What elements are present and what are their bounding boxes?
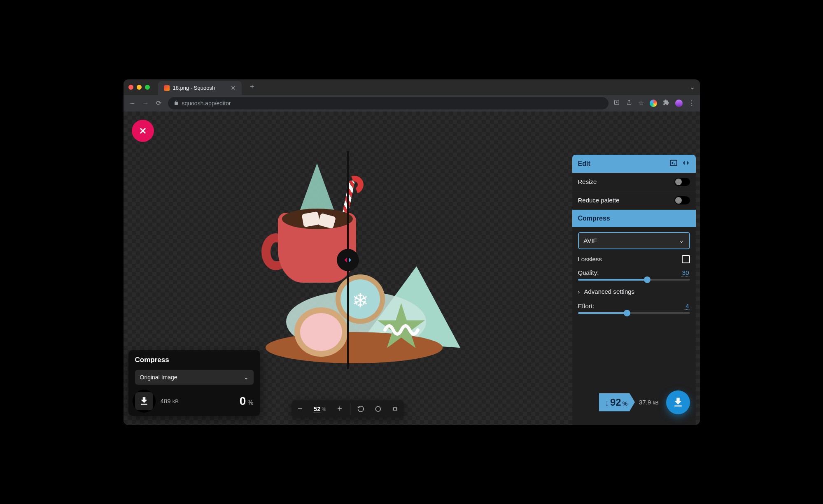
browser-window: 18.png - Squoosh ✕ + ⌄ ← → ⟳ squoosh.app… <box>124 79 700 425</box>
down-arrow-icon: ↓ <box>605 398 609 408</box>
close-editor-button[interactable] <box>132 120 154 142</box>
effort-value[interactable]: 4 <box>685 302 690 310</box>
quality-value[interactable]: 30 <box>681 269 690 276</box>
tabs-overflow-icon[interactable]: ⌄ <box>690 83 695 91</box>
svg-point-4 <box>392 409 393 409</box>
svg-rect-2 <box>394 408 397 410</box>
favicon-icon <box>164 85 170 91</box>
lock-icon <box>174 100 179 107</box>
window-close-icon[interactable] <box>128 85 133 90</box>
zoom-controls: − 52 % + <box>291 400 404 418</box>
resize-row: Resize <box>572 173 696 191</box>
resize-label: Resize <box>578 178 597 185</box>
lossless-label: Lossless <box>578 255 602 262</box>
right-footer: ↓92% 37.9 kB <box>578 386 690 420</box>
profile-icon[interactable] <box>675 100 683 107</box>
new-tab-button[interactable]: + <box>250 83 254 91</box>
reload-button[interactable]: ⟳ <box>155 99 163 107</box>
extensions-icon[interactable] <box>663 99 669 107</box>
extension-icon[interactable] <box>650 100 657 107</box>
left-codec-select[interactable]: Original Image ⌄ <box>135 370 254 385</box>
fit-screen-button[interactable] <box>387 400 404 418</box>
tab-close-icon[interactable]: ✕ <box>231 84 236 92</box>
reduce-palette-label: Reduce palette <box>578 197 620 204</box>
url-text: squoosh.app/editor <box>182 100 231 107</box>
compress-header: Compress <box>572 210 696 227</box>
codec-select[interactable]: AVIF ⌄ <box>578 232 690 249</box>
lossless-row: Lossless <box>578 255 690 263</box>
bookmark-icon[interactable]: ☆ <box>638 99 644 107</box>
edit-header: Edit <box>572 155 696 173</box>
reduce-palette-row: Reduce palette <box>572 191 696 210</box>
resize-toggle[interactable] <box>674 178 690 186</box>
left-savings: 0% <box>240 395 254 408</box>
chevron-down-icon: ⌄ <box>679 237 684 244</box>
left-codec-label: Original Image <box>140 374 177 381</box>
advanced-label: Advanced settings <box>584 288 635 295</box>
left-panel-title: Compress <box>135 356 254 364</box>
zoom-in-button[interactable]: + <box>331 400 348 418</box>
effort-slider[interactable] <box>578 312 690 314</box>
tab-title: 18.png - Squoosh <box>173 85 215 91</box>
left-stats: 489 kB 0% <box>135 392 254 410</box>
svg-point-7 <box>397 409 398 409</box>
window-minimize-icon[interactable] <box>137 85 142 90</box>
window-maximize-icon[interactable] <box>145 85 150 90</box>
titlebar: 18.png - Squoosh ✕ + ⌄ <box>124 79 700 95</box>
image-preview-area[interactable]: ❄ Compress Original Image ⌄ <box>124 111 572 425</box>
effort-label: Effort: <box>578 302 595 310</box>
savings-badge: ↓92% <box>599 393 635 411</box>
download-left-button[interactable] <box>135 392 153 410</box>
lossless-checkbox[interactable] <box>682 255 690 263</box>
quality-row: Quality: 30 <box>578 269 690 281</box>
forward-button[interactable]: → <box>142 100 150 107</box>
right-options-panel: Edit Resize Reduce palette Compress AVIF <box>572 155 696 425</box>
svg-rect-9 <box>670 160 677 165</box>
quality-label: Quality: <box>578 269 599 276</box>
swap-panels-icon[interactable] <box>682 160 690 168</box>
svg-point-6 <box>397 406 398 407</box>
back-button[interactable]: ← <box>128 100 137 107</box>
left-compress-panel: Compress Original Image ⌄ 489 kB 0% <box>128 350 260 416</box>
rotate-button[interactable] <box>352 400 369 418</box>
codec-label: AVIF <box>584 237 597 244</box>
svg-point-5 <box>392 410 393 411</box>
chevron-right-icon: › <box>578 288 580 295</box>
install-icon[interactable] <box>613 99 620 107</box>
svg-point-8 <box>397 410 398 411</box>
zoom-out-button[interactable]: − <box>291 400 309 418</box>
browser-tab[interactable]: 18.png - Squoosh ✕ <box>158 81 242 95</box>
cli-icon[interactable] <box>669 160 678 168</box>
menu-icon[interactable]: ⋮ <box>688 99 695 107</box>
background-toggle-button[interactable] <box>369 400 387 418</box>
effort-row: Effort: 4 <box>578 302 690 314</box>
browser-toolbar: ← → ⟳ squoosh.app/editor ☆ ⋮ <box>124 95 700 111</box>
svg-point-3 <box>392 406 393 407</box>
advanced-settings-toggle[interactable]: › Advanced settings <box>578 286 690 297</box>
preview-image: ❄ <box>237 151 459 369</box>
comparison-handle[interactable] <box>337 249 359 271</box>
download-right-button[interactable] <box>666 390 690 414</box>
left-filesize: 489 kB <box>161 397 179 404</box>
svg-point-1 <box>375 406 380 411</box>
reduce-palette-toggle[interactable] <box>674 196 690 204</box>
app-canvas: ❄ Compress Original Image ⌄ <box>124 111 700 425</box>
url-bar[interactable]: squoosh.app/editor <box>168 97 609 109</box>
share-icon[interactable] <box>626 99 632 107</box>
chevron-down-icon: ⌄ <box>244 374 249 381</box>
quality-slider[interactable] <box>578 279 690 281</box>
traffic-lights <box>128 85 150 90</box>
right-filesize: 37.9 kB <box>639 399 658 406</box>
zoom-level[interactable]: 52 % <box>309 405 331 413</box>
toolbar-actions: ☆ ⋮ <box>613 99 695 107</box>
